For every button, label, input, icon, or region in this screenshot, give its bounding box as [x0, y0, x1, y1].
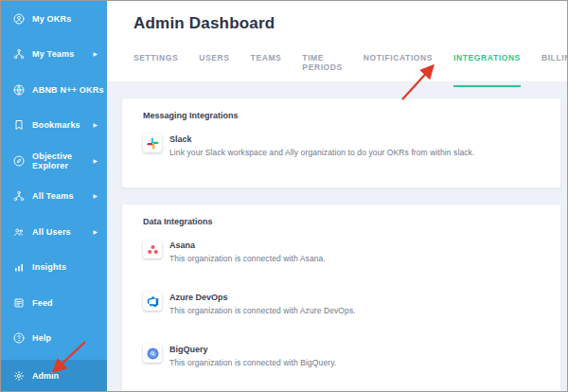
sidebar-item-label: Help [32, 333, 51, 343]
integration-row-azure-devops[interactable]: Azure DevOps This organization is connec… [143, 292, 540, 315]
chevron-right-icon: ▶ [94, 122, 98, 128]
compass-icon [13, 155, 25, 167]
integration-description: This organization is connected with Azur… [169, 306, 356, 315]
tab-billing[interactable]: BILLING [541, 53, 568, 87]
sidebar-item-insights[interactable]: Insights [1, 250, 107, 286]
page-title: Admin Dashboard [133, 13, 567, 34]
hierarchy-icon [13, 190, 25, 202]
bigquery-logo-icon [143, 344, 162, 363]
slack-logo-icon [143, 134, 162, 152]
sidebar-item-abnb-okrs[interactable]: ABNB N++ OKRs [1, 72, 107, 108]
sidebar-item-label: My OKRs [32, 14, 71, 24]
globe-icon [13, 84, 25, 96]
chevron-right-icon: ▶ [94, 51, 98, 57]
sidebar-item-label: Admin [32, 371, 59, 381]
page-header: Admin Dashboard SETTINGS USERS TEAMS TIM… [107, 1, 567, 81]
sidebar-item-objective-explorer[interactable]: Objective Explorer ▶ [1, 143, 107, 179]
sidebar-item-my-teams[interactable]: My Teams ▶ [1, 37, 107, 73]
tab-bar: SETTINGS USERS TEAMS TIME PERIODS NOTIFI… [133, 53, 567, 87]
section-title: Data Integrations [143, 217, 540, 226]
chevron-right-icon: ▶ [94, 193, 98, 199]
integration-description: Link your Slack workspace and Ally organ… [169, 148, 474, 157]
integration-row-asana[interactable]: Asana This organization is connected wit… [143, 240, 540, 263]
sidebar-item-feed[interactable]: Feed [1, 285, 107, 321]
sidebar-item-admin[interactable]: Admin [1, 360, 107, 391]
integration-row-slack[interactable]: Slack Link your Slack workspace and Ally… [143, 134, 540, 157]
bar-chart-icon [13, 261, 25, 273]
feed-icon [13, 297, 25, 309]
person-circle-icon [13, 13, 25, 25]
sidebar-item-label: ABNB N++ OKRs [32, 85, 104, 95]
chevron-right-icon: ▶ [94, 158, 98, 164]
data-integrations-card: Data Integrations Asana This organizatio… [121, 204, 561, 392]
sidebar-item-label: All Teams [32, 191, 74, 201]
integration-name: BigQuery [169, 345, 336, 354]
tab-notifications[interactable]: NOTIFICATIONS [364, 53, 433, 87]
tab-users[interactable]: USERS [199, 53, 229, 87]
sidebar-item-my-okrs[interactable]: My OKRs [1, 1, 107, 37]
chevron-right-icon: ▶ [94, 229, 98, 235]
asana-logo-icon [143, 240, 162, 258]
tab-time-periods[interactable]: TIME PERIODS [302, 53, 342, 87]
sidebar-item-help[interactable]: Help [1, 321, 107, 357]
sidebar-item-bookmarks[interactable]: Bookmarks ▶ [1, 108, 107, 144]
integration-name: Asana [169, 241, 326, 250]
integration-description: This organization is connected with BigQ… [169, 358, 336, 367]
sidebar-item-all-users[interactable]: All Users ▶ [1, 214, 107, 250]
sidebar-item-label: Bookmarks [32, 120, 80, 130]
azure-devops-logo-icon [143, 292, 162, 311]
app-window: My OKRs My Teams ▶ ABNB N++ OKRs Bookmar… [0, 0, 568, 392]
messaging-integrations-card: Messaging Integrations Slack Link your S… [121, 98, 561, 188]
tab-settings[interactable]: SETTINGS [133, 53, 178, 87]
gear-icon [13, 370, 25, 382]
hierarchy-icon [13, 48, 25, 60]
sidebar: My OKRs My Teams ▶ ABNB N++ OKRs Bookmar… [1, 1, 107, 391]
help-icon [13, 332, 25, 344]
section-title: Messaging Integrations [143, 111, 540, 120]
integration-row-bigquery[interactable]: BigQuery This organization is connected … [143, 344, 540, 367]
tab-integrations[interactable]: INTEGRATIONS [453, 53, 521, 87]
sidebar-item-label: My Teams [32, 49, 74, 59]
integration-name: Azure DevOps [169, 293, 356, 302]
bookmark-icon [13, 119, 25, 131]
integration-description: This organization is connected with Asan… [169, 254, 326, 263]
sidebar-item-label: Feed [32, 298, 53, 308]
tab-teams[interactable]: TEAMS [251, 53, 282, 87]
sidebar-item-all-teams[interactable]: All Teams ▶ [1, 179, 107, 215]
users-icon [13, 226, 25, 238]
integration-name: Slack [169, 134, 474, 144]
sidebar-item-label: Insights [32, 262, 66, 272]
sidebar-item-label: All Users [32, 227, 71, 237]
sidebar-item-label: Objective Explorer [32, 151, 94, 170]
